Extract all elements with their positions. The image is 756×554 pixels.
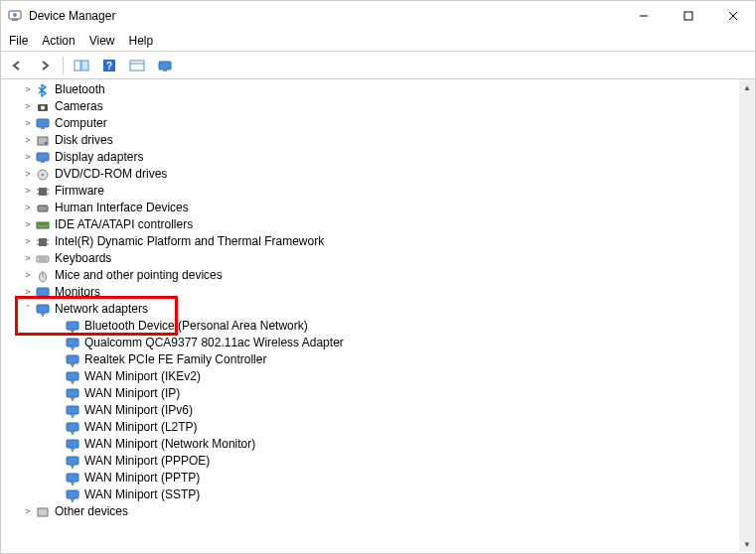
category-label[interactable]: Keyboards (55, 250, 111, 267)
monitor-icon (35, 116, 51, 132)
back-button[interactable] (5, 55, 29, 76)
tree-category-monitors[interactable]: >Monitors (1, 284, 739, 301)
svg-rect-8 (81, 61, 88, 70)
category-label[interactable]: Cameras (55, 98, 103, 115)
scroll-up-arrow[interactable]: ▲ (739, 79, 755, 95)
tree-device[interactable]: WAN Miniport (PPPOE) (1, 453, 739, 470)
maximize-button[interactable] (666, 1, 710, 31)
tree-category-cameras[interactable]: >Cameras (1, 98, 739, 115)
tree-category-network[interactable]: ˅Network adapters (1, 301, 739, 318)
expand-icon[interactable]: > (21, 166, 35, 183)
expand-icon[interactable]: > (21, 81, 35, 98)
expand-icon[interactable]: > (21, 200, 35, 216)
tree-category-intel[interactable]: >Intel(R) Dynamic Platform and Thermal F… (1, 233, 739, 250)
menu-action[interactable]: Action (42, 34, 75, 48)
category-label[interactable]: Monitors (55, 284, 100, 301)
tree-device[interactable]: WAN Miniport (IKEv2) (1, 368, 739, 385)
expand-icon[interactable]: > (21, 284, 35, 301)
svg-rect-7 (75, 61, 80, 70)
chip-icon (35, 184, 51, 200)
category-label[interactable]: Human Interface Devices (55, 200, 189, 216)
collapse-icon[interactable]: ˅ (21, 301, 35, 318)
forward-button[interactable] (33, 55, 57, 76)
scroll-down-arrow[interactable]: ▼ (739, 536, 755, 552)
expand-icon[interactable]: > (21, 250, 35, 267)
tree-device[interactable]: WAN Miniport (IP) (1, 385, 739, 402)
tree-device[interactable]: Qualcomm QCA9377 802.11ac Wireless Adapt… (1, 335, 739, 351)
tree-device[interactable]: WAN Miniport (SSTP) (1, 486, 739, 503)
tree-category-dvd[interactable]: >DVD/CD-ROM drives (1, 166, 739, 183)
expand-icon[interactable]: > (21, 216, 35, 233)
device-label[interactable]: Realtek PCIe FE Family Controller (84, 351, 266, 368)
tree-device[interactable]: Bluetooth Device (Personal Area Network) (1, 318, 739, 335)
expand-icon[interactable]: > (21, 115, 35, 132)
category-label[interactable]: Mice and other pointing devices (55, 267, 223, 284)
tree-category-firmware[interactable]: >Firmware (1, 183, 739, 200)
svg-rect-79 (71, 498, 75, 500)
menu-help[interactable]: Help (129, 34, 154, 48)
device-label[interactable]: WAN Miniport (IPv6) (84, 402, 193, 419)
category-label[interactable]: Firmware (55, 183, 104, 200)
expand-icon[interactable]: > (21, 233, 35, 250)
device-label[interactable]: WAN Miniport (IP) (84, 385, 180, 402)
minimize-button[interactable] (621, 1, 666, 31)
device-label[interactable]: Bluetooth Device (Personal Area Network) (84, 318, 308, 335)
device-label[interactable]: WAN Miniport (PPPOE) (84, 453, 210, 470)
tree-device[interactable]: Realtek PCIe FE Family Controller (1, 351, 739, 368)
tree-category-ide[interactable]: >IDE ATA/ATAPI controllers (1, 216, 739, 233)
category-label[interactable]: Disk drives (55, 132, 113, 149)
svg-rect-13 (159, 62, 171, 69)
category-label[interactable]: Computer (55, 115, 107, 132)
category-label[interactable]: IDE ATA/ATAPI controllers (55, 216, 193, 233)
category-label[interactable]: Network adapters (55, 301, 148, 318)
svg-rect-45 (37, 305, 49, 313)
svg-rect-43 (37, 288, 49, 296)
tree-category-computer[interactable]: >Computer (1, 115, 739, 132)
show-hide-button[interactable] (70, 55, 93, 76)
device-label[interactable]: WAN Miniport (L2TP) (84, 419, 198, 436)
menu-view[interactable]: View (89, 34, 115, 48)
category-label[interactable]: Bluetooth (55, 81, 105, 98)
device-label[interactable]: WAN Miniport (Network Monitor) (84, 436, 255, 453)
category-label[interactable]: Other devices (55, 503, 128, 520)
network-adapter-icon (65, 437, 80, 453)
tree-device[interactable]: WAN Miniport (L2TP) (1, 419, 739, 436)
device-tree[interactable]: >Bluetooth>Cameras>Computer>Disk drives>… (1, 79, 739, 552)
expand-icon[interactable]: > (21, 503, 35, 520)
network-adapter-icon (65, 420, 80, 436)
svg-rect-73 (71, 465, 75, 467)
svg-point-20 (45, 142, 47, 144)
tree-device[interactable]: WAN Miniport (Network Monitor) (1, 436, 739, 453)
expand-icon[interactable]: > (21, 183, 35, 200)
chip-icon (35, 234, 51, 250)
device-label[interactable]: Qualcomm QCA9377 802.11ac Wireless Adapt… (84, 335, 344, 351)
expand-icon[interactable]: > (21, 267, 35, 284)
tree-category-disk[interactable]: >Disk drives (1, 132, 739, 149)
tree-device[interactable]: WAN Miniport (PPTP) (1, 470, 739, 486)
vertical-scrollbar[interactable]: ▲ ▼ (739, 79, 755, 552)
category-label[interactable]: Intel(R) Dynamic Platform and Thermal Fr… (55, 233, 324, 250)
expand-icon[interactable]: > (21, 132, 35, 149)
expand-icon[interactable]: > (21, 98, 35, 115)
scan-hardware-button[interactable] (153, 55, 177, 76)
close-button[interactable] (710, 1, 755, 31)
device-label[interactable]: WAN Miniport (IKEv2) (84, 368, 201, 385)
tree-category-display[interactable]: >Display adapters (1, 149, 739, 166)
network-adapter-icon (65, 336, 80, 351)
properties-button[interactable] (125, 55, 149, 76)
tree-category-keyboards[interactable]: >Keyboards (1, 250, 739, 267)
category-label[interactable]: Display adapters (55, 149, 143, 166)
menu-file[interactable]: File (9, 34, 28, 48)
device-label[interactable]: WAN Miniport (SSTP) (84, 486, 200, 503)
network-adapter-icon (65, 471, 80, 486)
hid-icon (35, 201, 51, 216)
tree-category-other[interactable]: >Other devices (1, 503, 739, 520)
expand-icon[interactable]: > (21, 149, 35, 166)
tree-category-bluetooth[interactable]: >Bluetooth (1, 81, 739, 98)
tree-category-hid[interactable]: >Human Interface Devices (1, 200, 739, 216)
category-label[interactable]: DVD/CD-ROM drives (55, 166, 167, 183)
device-label[interactable]: WAN Miniport (PPTP) (84, 470, 200, 486)
tree-device[interactable]: WAN Miniport (IPv6) (1, 402, 739, 419)
tree-category-mice[interactable]: >Mice and other pointing devices (1, 267, 739, 284)
help-icon[interactable]: ? (97, 55, 121, 76)
